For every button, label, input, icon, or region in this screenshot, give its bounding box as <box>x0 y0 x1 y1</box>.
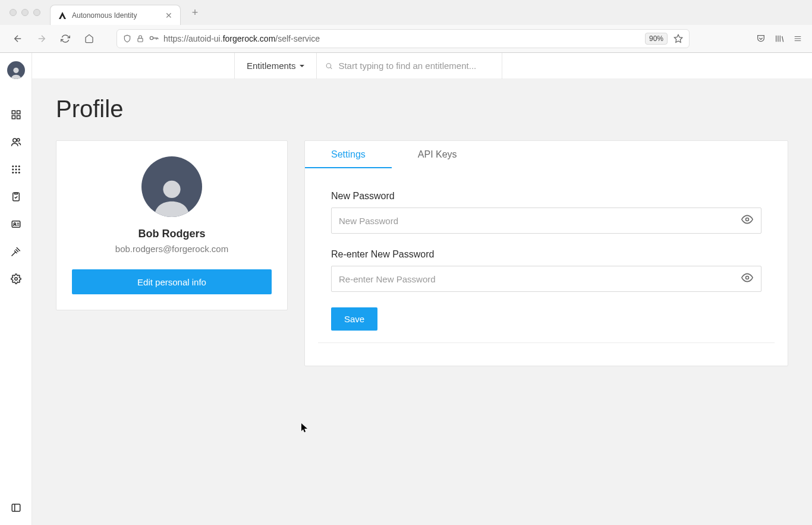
svg-point-16 <box>15 172 17 174</box>
sidebar-item-dashboard[interactable] <box>4 103 28 127</box>
grid-icon <box>11 109 21 120</box>
search-wrap <box>317 53 502 79</box>
url-security-icons <box>123 34 159 43</box>
user-avatar-large <box>141 156 202 217</box>
svg-point-9 <box>12 165 14 167</box>
profile-name: Bob Rodgers <box>138 228 205 240</box>
sidebar-item-settings[interactable] <box>4 267 28 291</box>
panel-icon <box>11 502 21 513</box>
clipboard-icon <box>11 191 21 202</box>
pocket-icon[interactable] <box>756 34 766 43</box>
svg-point-8 <box>17 139 20 142</box>
tab-api-keys[interactable]: API Keys <box>392 141 483 168</box>
left-sidebar <box>0 53 32 525</box>
zoom-badge[interactable]: 90% <box>645 33 668 45</box>
shield-icon <box>123 34 131 43</box>
id-card-icon <box>11 219 21 230</box>
profile-email: bob.rodgers@forgerock.com <box>115 244 228 254</box>
eye-icon <box>741 272 753 284</box>
star-icon[interactable] <box>673 34 683 43</box>
svg-point-12 <box>12 169 14 171</box>
gear-icon <box>11 273 21 284</box>
chevron-down-icon <box>300 65 304 67</box>
page-title: Profile <box>56 96 788 122</box>
svg-point-23 <box>326 63 331 68</box>
svg-point-2 <box>13 68 18 73</box>
reload-button[interactable] <box>57 30 74 47</box>
svg-rect-19 <box>12 221 20 228</box>
profile-card: Bob Rodgers bob.rodgers@forgerock.com Ed… <box>56 140 288 310</box>
search-input[interactable] <box>338 61 493 71</box>
entitlements-label: Entitlements <box>247 61 296 71</box>
tab-bar: Autonomous Identity ✕ + <box>0 0 812 25</box>
gavel-icon <box>11 246 21 257</box>
content-area: Profile Bob Rodgers bob.rodgers@forgeroc… <box>32 79 812 525</box>
new-password-label: New Password <box>331 191 761 202</box>
window-minimize-icon[interactable] <box>21 9 29 16</box>
toggle-reenter-password-visibility[interactable] <box>741 272 753 286</box>
reenter-password-label: Re-enter New Password <box>331 249 761 260</box>
svg-rect-3 <box>12 111 15 114</box>
svg-rect-4 <box>17 111 20 114</box>
sidebar-item-applications[interactable] <box>4 158 28 181</box>
svg-point-13 <box>15 169 17 171</box>
password-form: New Password Re-enter New Password <box>305 168 788 342</box>
home-button[interactable] <box>81 30 97 47</box>
svg-rect-6 <box>17 116 20 119</box>
svg-point-24 <box>163 181 180 198</box>
tab-favicon-icon <box>58 11 67 20</box>
lock-icon <box>136 34 144 43</box>
app-root: Entitlements Profile Bob Rodgers bob.rod… <box>0 53 812 525</box>
browser-tab[interactable]: Autonomous Identity ✕ <box>50 5 181 25</box>
new-tab-button[interactable]: + <box>187 4 203 21</box>
app-main: Entitlements Profile Bob Rodgers bob.rod… <box>32 53 812 525</box>
new-password-input[interactable] <box>331 208 761 234</box>
save-button[interactable]: Save <box>331 307 377 331</box>
entitlements-dropdown[interactable]: Entitlements <box>234 53 317 79</box>
address-bar: https://autoid-ui.forgerock.com/self-ser… <box>0 25 812 52</box>
tab-title: Autonomous Identity <box>72 11 160 20</box>
user-avatar-small[interactable] <box>7 61 25 79</box>
search-icon <box>325 62 333 70</box>
toggle-password-visibility[interactable] <box>741 213 753 228</box>
svg-point-1 <box>150 36 153 39</box>
app-topbar: Entitlements <box>32 53 812 79</box>
sidebar-item-identities[interactable] <box>4 130 28 154</box>
svg-point-17 <box>18 172 20 174</box>
tab-settings[interactable]: Settings <box>305 141 392 168</box>
svg-point-7 <box>12 139 16 142</box>
sidebar-item-certifications[interactable] <box>4 185 28 209</box>
window-close-icon[interactable] <box>10 9 17 16</box>
edit-personal-info-button[interactable]: Edit personal info <box>72 269 272 294</box>
svg-point-26 <box>746 276 749 279</box>
forward-button[interactable] <box>33 30 50 47</box>
sidebar-item-rules[interactable] <box>4 240 28 263</box>
svg-rect-22 <box>12 504 20 511</box>
svg-point-14 <box>18 169 20 171</box>
window-maximize-icon[interactable] <box>33 9 40 16</box>
users-icon <box>11 137 21 147</box>
svg-point-10 <box>15 165 17 167</box>
apps-icon <box>11 164 21 175</box>
svg-rect-0 <box>138 38 143 42</box>
window-controls <box>10 9 40 16</box>
tabs: Settings API Keys <box>305 141 788 168</box>
sidebar-item-roles[interactable] <box>4 212 28 236</box>
back-button[interactable] <box>10 30 26 47</box>
svg-point-15 <box>12 172 14 174</box>
settings-card: Settings API Keys New Password Re-enter … <box>304 140 788 366</box>
browser-chrome: Autonomous Identity ✕ + https://autoid-u… <box>0 0 812 53</box>
svg-point-21 <box>14 278 17 281</box>
library-icon[interactable] <box>774 34 785 43</box>
sidebar-collapse-toggle[interactable] <box>4 496 28 520</box>
url-text: https://autoid-ui.forgerock.com/self-ser… <box>163 34 640 43</box>
eye-icon <box>741 213 753 225</box>
svg-rect-5 <box>12 116 15 119</box>
svg-point-25 <box>746 218 749 221</box>
tab-close-icon[interactable]: ✕ <box>165 11 173 20</box>
reenter-password-input[interactable] <box>331 266 761 292</box>
svg-point-11 <box>18 165 20 167</box>
key-icon <box>149 34 159 42</box>
url-bar[interactable]: https://autoid-ui.forgerock.com/self-ser… <box>117 29 690 48</box>
menu-icon[interactable] <box>793 34 802 43</box>
